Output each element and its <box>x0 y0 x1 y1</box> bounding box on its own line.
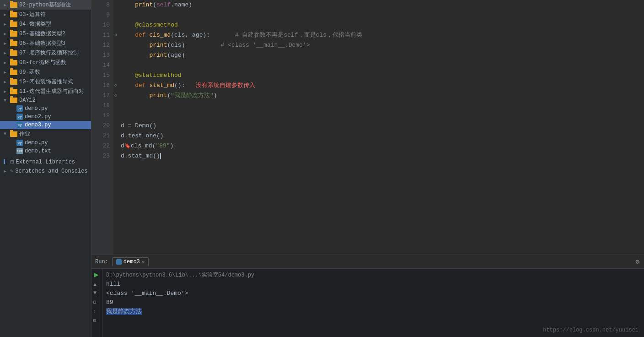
code-line-9 <box>121 10 644 20</box>
run-tab-name: demo3 <box>123 259 140 265</box>
sidebar-item-ext-libs[interactable]: ▌ ⊞ External Libraries <box>0 157 91 167</box>
folder-label: 03-运算符 <box>19 11 46 18</box>
tab-close-button[interactable]: ✕ <box>142 259 145 265</box>
py-file-icon: py <box>16 114 23 120</box>
output-line-89: 89 <box>106 298 640 307</box>
folder-icon <box>10 89 17 94</box>
collapse-arrow: ▶ <box>4 168 10 174</box>
run-tabs-bar: Run: demo3 ✕ ⚙ <box>91 255 644 269</box>
sidebar-item-08for[interactable]: ▶ 08-for循环与函数 <box>0 58 91 67</box>
sidebar-item-03ops[interactable]: ▶ 03-运算符 <box>0 10 91 19</box>
folder-label: 09-函数 <box>19 68 40 76</box>
folder-label: 10-闭包装饰器推导式 <box>19 78 73 86</box>
py-file-icon: py <box>16 122 23 128</box>
sidebar-item-09func[interactable]: ▶ 09-函数 <box>0 67 91 77</box>
ext-libs-label: External Libraries <box>16 159 75 165</box>
folder-icon <box>10 131 17 137</box>
folder-label: 06-基础数据类型3 <box>19 39 65 47</box>
folder-label: 作业 <box>19 130 30 138</box>
folder-icon <box>10 31 17 37</box>
sidebar-item-04data[interactable]: ▶ 04-数据类型 <box>0 19 91 29</box>
folder-label: 04-数据类型 <box>19 20 51 28</box>
code-line-18 <box>121 101 644 111</box>
collapse-arrow: ▶ <box>4 79 10 85</box>
sidebar-item-hw-demo-py[interactable]: ▶ py demo.py <box>0 139 91 147</box>
txt-file-icon: txt <box>16 148 23 154</box>
code-line-15: @staticmethod <box>121 71 644 81</box>
run-label: Run: <box>93 259 112 265</box>
sidebar-item-demo2-py[interactable]: ▶ py demo2.py <box>0 113 91 121</box>
collapse-arrow: ▌ <box>4 159 10 164</box>
folder-icon <box>10 60 17 65</box>
folder-label: DAY12 <box>19 97 36 103</box>
code-line-12: print(cls) # <class '__main__.Demo'> <box>121 40 644 50</box>
sidebar-item-05basic2[interactable]: ▶ 05-基础数据类型2 <box>0 29 91 38</box>
code-line-20: d = Demo() <box>121 121 644 131</box>
collapse-arrow: ▶ <box>4 41 10 46</box>
code-line-21: d.test_one() <box>121 131 644 141</box>
sidebar-item-10closure[interactable]: ▶ 10-闭包装饰器推导式 <box>0 77 91 87</box>
collapse-arrow: ▼ <box>4 131 10 136</box>
code-line-16: ◇ def stat_md(): 没有系统自建参数传入 <box>121 81 644 91</box>
py-file-icon: py <box>16 105 23 112</box>
sidebar-item-06basic3[interactable]: ▶ 06-基础数据类型3 <box>0 38 91 48</box>
run-tab-demo3[interactable]: demo3 ✕ <box>112 257 149 266</box>
collapse-arrow: ▶ <box>4 70 10 75</box>
collapse-arrow: ▼ <box>4 98 10 103</box>
code-line-14 <box>121 60 644 71</box>
sidebar-item-demo-py[interactable]: ▶ py demo.py <box>0 104 91 113</box>
run-toolbar: ▶ ▲ ▼ ⊟ ↕ ⊞ <box>91 269 102 337</box>
scratches-label: Scratches and Consoles <box>15 168 87 174</box>
scroll-up-button[interactable]: ▲ <box>93 281 97 289</box>
sidebar-item-hw-demo-txt[interactable]: ▶ txt demo.txt <box>0 147 91 155</box>
file-label: demo.py <box>25 105 48 112</box>
folder-label: 05-基础数据类型2 <box>19 30 65 38</box>
output-line-class: <class '__main__.Demo'> <box>106 289 640 298</box>
collapse-arrow: ▶ <box>4 2 10 8</box>
pin-button[interactable]: ↕ <box>93 307 97 315</box>
sidebar-item-day12[interactable]: ▼ DAY12 <box>0 96 91 104</box>
folder-icon <box>10 50 17 56</box>
code-line-13: print(age) <box>121 50 644 60</box>
collapse-arrow: ▶ <box>4 31 10 37</box>
file-label: demo3.py <box>25 122 51 128</box>
code-line-8: print(self.name) <box>121 0 644 10</box>
folder-label: 07-顺序执行及循环控制 <box>19 49 79 57</box>
sidebar-item-scratches[interactable]: ▶ ✎ Scratches and Consoles <box>0 167 91 175</box>
collapse-arrow: ▶ <box>4 12 10 17</box>
output-line-static: 我是静态方法 <box>106 307 640 316</box>
code-editor[interactable]: print(self.name) @classmethod ◇ def cls_… <box>113 0 644 255</box>
code-line-22: d🔖cls_md("89") <box>121 141 644 151</box>
gutter-marker-17: ◇ <box>114 91 117 101</box>
folder-icon <box>10 70 17 75</box>
settings-gear-icon[interactable]: ⚙ <box>633 257 642 266</box>
run-play-button[interactable]: ▶ <box>93 270 100 281</box>
folder-label: 08-for循环与函数 <box>19 59 66 66</box>
line-numbers: 8 9 10 11 12 13 14 15 16 17 18 19 20 21 … <box>91 0 113 255</box>
sidebar-item-demo3-py[interactable]: ▶ py demo3.py <box>0 121 91 129</box>
collapse-arrow: ▶ <box>4 60 10 65</box>
file-label: demo.py <box>25 140 48 146</box>
scroll-down-button[interactable]: ▼ <box>93 289 97 297</box>
sidebar-item-07flow[interactable]: ▶ 07-顺序执行及循环控制 <box>0 48 91 58</box>
folder-icon <box>10 22 17 27</box>
wrap-button[interactable]: ⊟ <box>93 298 97 306</box>
sidebar-item-11iter[interactable]: ▶ 11-迭代器生成器与面向对 <box>0 87 91 96</box>
file-label: demo.txt <box>25 148 51 154</box>
sidebar-item-02python[interactable]: ▶ 02-python基础语法 <box>0 0 91 10</box>
sidebar-item-homework[interactable]: ▼ 作业 <box>0 129 91 139</box>
code-line-17: ◇ print("我是静态方法") <box>121 91 644 101</box>
run-tab-file-icon <box>116 259 122 265</box>
editor-area: 8 9 10 11 12 13 14 15 16 17 18 19 20 21 … <box>91 0 644 255</box>
folder-label: 02-python基础语法 <box>19 1 71 9</box>
folder-icon <box>10 98 17 103</box>
folder-label: 11-迭代器生成器与面向对 <box>19 87 84 95</box>
folder-icon <box>10 2 17 8</box>
gutter-marker-16: ◇ <box>114 81 117 91</box>
clear-button[interactable]: ⊞ <box>93 316 97 325</box>
folder-icon <box>10 41 17 46</box>
gutter-marker-11: ◇ <box>114 30 117 40</box>
folder-icon <box>10 79 17 85</box>
main-area: 8 9 10 11 12 13 14 15 16 17 18 19 20 21 … <box>91 0 644 337</box>
collapse-arrow: ▶ <box>4 50 10 56</box>
